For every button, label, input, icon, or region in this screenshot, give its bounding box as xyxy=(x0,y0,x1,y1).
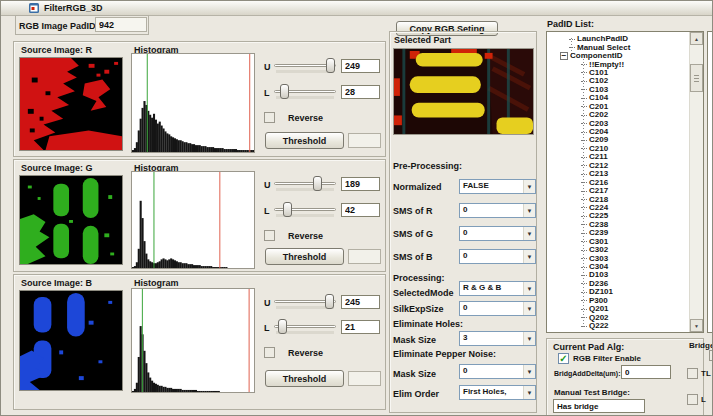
u-value-field-r[interactable] xyxy=(341,59,380,73)
tree-item[interactable]: D236 xyxy=(547,280,688,288)
tree-connector xyxy=(581,115,587,116)
tree-item[interactable]: Q202 xyxy=(547,313,688,321)
padid-tree[interactable]: LaunchPadIDManual Select−ComponentID!!Em… xyxy=(546,31,704,333)
tree-item[interactable]: C239 xyxy=(547,229,688,237)
tree-item[interactable]: C204 xyxy=(547,128,688,136)
tree-item[interactable]: C217 xyxy=(547,187,688,195)
sms-of-g-combobox[interactable]: 0 ▼ xyxy=(459,226,536,241)
threshold-result-field-r[interactable] xyxy=(348,133,381,148)
chevron-down-icon[interactable]: ▼ xyxy=(523,227,535,240)
chevron-down-icon[interactable]: ▼ xyxy=(523,365,535,378)
tree-item[interactable]: C238 xyxy=(547,221,688,229)
u-slider-g[interactable] xyxy=(274,176,336,192)
reverse-checkbox-g[interactable] xyxy=(264,230,275,241)
bridge-delta-field[interactable] xyxy=(621,365,671,379)
chevron-down-icon[interactable]: ▼ xyxy=(523,204,535,217)
tree-collapse-icon[interactable]: − xyxy=(560,52,568,60)
tree-item[interactable]: C103 xyxy=(547,86,688,94)
tree-item[interactable]: C210 xyxy=(547,145,688,153)
tree-item[interactable]: C224 xyxy=(547,204,688,212)
l-value-field-r[interactable] xyxy=(341,85,380,99)
threshold-result-field-g[interactable] xyxy=(348,249,381,264)
tree-item[interactable]: Q223 xyxy=(547,330,688,333)
tree-connector xyxy=(581,64,587,65)
threshold-button-r[interactable]: Threshold xyxy=(265,132,344,149)
chevron-down-icon[interactable]: ▼ xyxy=(523,386,535,399)
tree-item[interactable]: C211 xyxy=(547,153,688,161)
tree-connector xyxy=(581,292,587,293)
normalized-combobox[interactable]: FALSE ▼ xyxy=(459,179,536,194)
histogram-r-canvas xyxy=(131,53,255,153)
tree-item[interactable]: C303 xyxy=(547,254,688,262)
threshold-result-field-b[interactable] xyxy=(348,371,381,386)
bridge-partial-checkbox[interactable] xyxy=(709,350,713,361)
tree-item[interactable]: C218 xyxy=(547,195,688,203)
slider-thumb[interactable] xyxy=(280,84,289,99)
l-value-field-b[interactable] xyxy=(341,320,380,334)
sms-of-r-combobox[interactable]: 0 ▼ xyxy=(459,203,536,218)
tree-item[interactable]: DZ101 xyxy=(547,288,688,296)
source-image-b-picture xyxy=(20,291,122,390)
tree-item[interactable]: Q222 xyxy=(547,322,688,330)
mask-size-pepper-combobox[interactable]: 0 ▼ xyxy=(459,364,536,379)
rgb-filter-enable-checkbox[interactable]: ✓ xyxy=(558,353,569,364)
l-value-field-g[interactable] xyxy=(341,203,380,217)
scrollbar-thumb[interactable] xyxy=(690,64,703,92)
tree-item[interactable]: Q201 xyxy=(547,305,688,313)
slider-thumb[interactable] xyxy=(313,176,322,191)
u-value-field-g[interactable] xyxy=(341,177,380,191)
tree-item[interactable]: D103 xyxy=(547,271,688,279)
tree-item[interactable]: C201 xyxy=(547,103,688,111)
l-slider-g[interactable] xyxy=(274,202,336,218)
tree-item[interactable]: C202 xyxy=(547,111,688,119)
sms-of-b-combobox[interactable]: 0 ▼ xyxy=(459,249,536,264)
threshold-button-g[interactable]: Threshold xyxy=(265,248,344,265)
slider-thumb[interactable] xyxy=(283,202,292,217)
scroll-up-button[interactable]: ▲ xyxy=(690,32,703,45)
tree-item[interactable]: C212 xyxy=(547,162,688,170)
reverse-checkbox-r[interactable] xyxy=(264,112,275,123)
elim-order-combobox[interactable]: First Holes, ▼ xyxy=(459,385,536,400)
chevron-down-icon[interactable]: ▼ xyxy=(523,332,535,345)
tree-item[interactable]: C101 xyxy=(547,69,688,77)
chevron-down-icon[interactable]: ▼ xyxy=(523,180,535,193)
tree-item[interactable]: C104 xyxy=(547,94,688,102)
scroll-down-button[interactable]: ▼ xyxy=(690,319,703,332)
tree-item[interactable]: C225 xyxy=(547,212,688,220)
tree-item[interactable]: C304 xyxy=(547,263,688,271)
tree-item[interactable]: C209 xyxy=(547,136,688,144)
padid-value-field[interactable] xyxy=(95,17,147,32)
tree-item[interactable]: C302 xyxy=(547,246,688,254)
tree-item[interactable]: C203 xyxy=(547,119,688,127)
tree-item[interactable]: C213 xyxy=(547,170,688,178)
l-slider-b[interactable] xyxy=(274,319,336,335)
tree-item[interactable]: C216 xyxy=(547,178,688,186)
silkexpsize-combobox[interactable]: 0 ▼ xyxy=(459,301,536,316)
selected-part-picture xyxy=(394,49,533,134)
tree-item[interactable]: !!Empty!! xyxy=(547,60,688,68)
bridge-tl-checkbox[interactable] xyxy=(687,368,698,379)
normalized-label: Normalized xyxy=(393,182,442,192)
tree-item[interactable]: C301 xyxy=(547,238,688,246)
u-slider-r[interactable] xyxy=(274,58,336,74)
tree-item[interactable]: P300 xyxy=(547,297,688,305)
manual-test-bridge-field[interactable] xyxy=(553,399,645,413)
slider-thumb[interactable] xyxy=(325,294,334,309)
tree-connector xyxy=(581,283,587,284)
selectedmode-combobox[interactable]: R & G & B ▼ xyxy=(459,281,536,296)
tree-item[interactable]: C102 xyxy=(547,77,688,85)
reverse-checkbox-b[interactable] xyxy=(264,347,275,358)
chevron-down-icon[interactable]: ▼ xyxy=(523,282,535,295)
slider-thumb[interactable] xyxy=(326,58,335,73)
mask-size-holes-combobox[interactable]: 3 ▼ xyxy=(459,331,536,346)
chevron-down-icon[interactable]: ▼ xyxy=(523,250,535,263)
u-slider-b[interactable] xyxy=(274,294,336,310)
bridge-l-checkbox[interactable] xyxy=(687,394,698,405)
slider-thumb[interactable] xyxy=(278,319,287,334)
eliminate-holes-title: Eliminate Holes: xyxy=(393,319,463,329)
u-value-field-b[interactable] xyxy=(341,295,380,309)
threshold-button-b[interactable]: Threshold xyxy=(265,370,344,387)
tree-scrollbar[interactable]: ▲ ▼ xyxy=(689,32,703,332)
chevron-down-icon[interactable]: ▼ xyxy=(523,302,535,315)
l-slider-r[interactable] xyxy=(274,84,336,100)
